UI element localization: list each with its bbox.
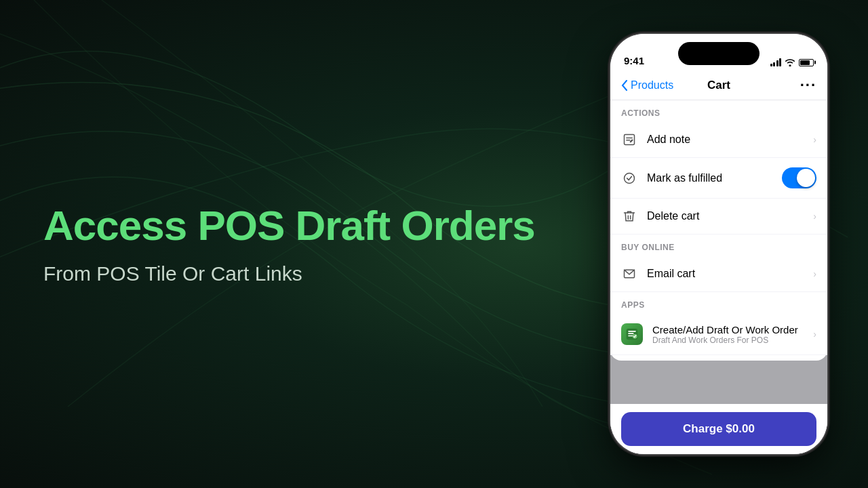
add-note-chevron-icon: › (813, 134, 816, 145)
charge-button-container: Charge $0.00 (610, 404, 827, 454)
battery-fill (800, 60, 810, 65)
phone-mockup: 9:41 (610, 34, 827, 454)
mark-fulfilled-item[interactable]: Mark as fulfilled (610, 158, 827, 199)
email-cart-item[interactable]: Email cart › (610, 256, 827, 292)
main-heading: Access POS Draft Orders (43, 203, 535, 249)
bar3 (776, 60, 778, 66)
nav-title: Cart (707, 79, 730, 92)
add-note-label: Add note (647, 134, 804, 146)
email-cart-chevron-icon: › (813, 268, 816, 279)
bar1 (770, 64, 772, 66)
toggle-knob (797, 169, 815, 187)
svg-point-3 (625, 173, 635, 183)
signal-bars-icon (770, 58, 782, 66)
svg-rect-7 (628, 333, 633, 334)
envelope-icon (621, 266, 637, 282)
svg-rect-0 (625, 135, 635, 145)
nav-bar: Products Cart ··· (610, 70, 827, 100)
fulfilled-toggle[interactable] (782, 167, 816, 188)
draft-app-text-block: Create/Add Draft Or Work Order Draft And… (652, 324, 804, 345)
back-chevron-icon (621, 80, 628, 91)
delete-cart-label: Delete cart (647, 210, 804, 222)
charge-button[interactable]: Charge $0.00 (621, 412, 816, 446)
phone-body: 9:41 (610, 34, 827, 454)
svg-rect-6 (628, 331, 636, 332)
nav-more-button[interactable]: ··· (800, 77, 816, 94)
draft-app-name: Create/Add Draft Or Work Order (652, 324, 804, 336)
mark-fulfilled-label: Mark as fulfilled (647, 172, 772, 184)
delete-cart-item[interactable]: Delete cart › (610, 199, 827, 235)
bar2 (773, 62, 775, 66)
apps-section-label: APPS (610, 292, 827, 314)
status-icons (770, 58, 814, 66)
create-draft-item[interactable]: Create/Add Draft Or Work Order Draft And… (610, 314, 827, 355)
add-note-item[interactable]: Add note › (610, 122, 827, 158)
check-circle-icon (621, 170, 637, 186)
nav-back-button[interactable]: Products (621, 79, 673, 92)
buy-online-section-label: BUY ONLINE (610, 235, 827, 256)
dynamic-island (678, 42, 760, 65)
draft-app-chevron-icon: › (813, 329, 816, 340)
note-icon (621, 131, 637, 148)
bar4 (779, 58, 781, 66)
sub-heading: From POS Tile Or Cart Links (43, 262, 535, 285)
wifi-icon (785, 58, 795, 66)
draft-app-icon (621, 323, 643, 345)
draft-app-inner-icon (625, 327, 639, 341)
delete-cart-chevron-icon: › (813, 211, 816, 222)
left-content: Access POS Draft Orders From POS Tile Or… (43, 203, 535, 285)
screen-content: Add a discount Subtotal HS ACTIONS (610, 100, 827, 454)
nav-back-label: Products (631, 79, 673, 92)
action-menu: ACTIONS Add note › (610, 100, 827, 361)
trash-icon (621, 208, 637, 224)
battery-icon (799, 59, 814, 66)
email-cart-label: Email cart (647, 268, 804, 280)
actions-section-label: ACTIONS (610, 100, 827, 122)
draft-app-sublabel: Draft And Work Orders For POS (652, 336, 804, 345)
